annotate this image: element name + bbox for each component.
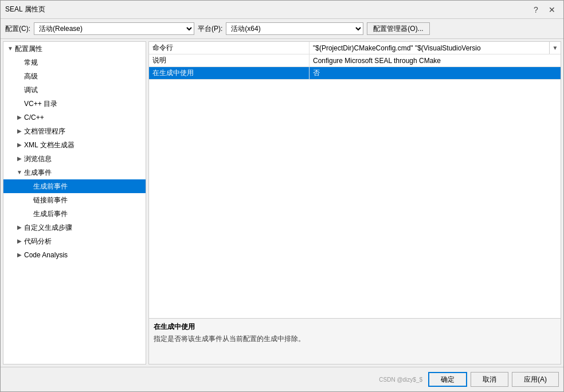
tree-toggle-general [15,58,24,67]
prop-value-desc: Configure Microsoft SEAL through CMake [310,54,561,66]
titlebar-controls: ? ✕ [529,3,559,16]
tree-toggle-post-build [24,209,33,218]
tree-toggle-debug [15,85,24,95]
prop-row-use-in-build[interactable]: 在生成中使用否 [149,67,561,80]
tree-item-debug[interactable]: 调试 [3,83,146,97]
cancel-button[interactable]: 取消 [471,372,508,387]
help-button[interactable]: ? [529,3,543,16]
dialog-window: SEAL 属性页 ? ✕ 配置(C): 活动(Release) 平台(P): 活… [0,0,564,392]
prop-value-use-in-build: 否 [310,67,561,79]
tree-label-browser: 浏览信息 [24,153,143,164]
tree-toggle-code-analysis: ▶ [15,250,24,260]
tree-label-general: 常规 [24,57,143,68]
tree-item-cpp[interactable]: ▶C/C++ [3,111,146,124]
apply-button[interactable]: 应用(A) [512,372,559,387]
tree-label-code-analysis-cn: 代码分析 [24,236,143,247]
tree-label-xml-gen: XML 文档生成器 [24,139,143,151]
tree-toggle-linker: ▶ [15,127,24,136]
ok-button[interactable]: 确定 [428,372,467,387]
tree-toggle-cpp: ▶ [15,113,24,122]
tree-item-vc-dirs[interactable]: VC++ 目录 [3,97,146,111]
tree-toggle-config-props: ▼ [6,44,15,53]
prop-name-desc: 说明 [149,54,310,66]
property-panel: 命令行"$(ProjectDir)CMakeConfig.cmd" "$(Vis… [148,41,561,364]
tree-label-code-analysis: Code Analysis [24,249,143,261]
tree-item-build-events[interactable]: ▼生成事件 [3,166,146,179]
platform-label: 平台(P): [198,24,222,34]
property-table: 命令行"$(ProjectDir)CMakeConfig.cmd" "$(Vis… [149,42,561,318]
tree-label-pre-build: 生成前事件 [33,181,143,192]
footer: CSDN @dizy$_$ 确定 取消 应用(A) [1,367,563,391]
tree-item-config-props[interactable]: ▼配置属性 [3,42,146,56]
tree-item-code-analysis-cn[interactable]: ▶代码分析 [3,234,146,248]
desc-title: 在生成中使用 [154,322,556,332]
tree-item-pre-link[interactable]: 链接前事件 [3,193,146,207]
config-label: 配置(C): [5,24,30,34]
config-bar: 配置(C): 活动(Release) 平台(P): 活动(x64) 配置管理器(… [1,19,563,39]
tree-toggle-pre-link [24,195,33,205]
platform-select[interactable]: 活动(x64) [226,22,363,35]
tree-label-post-build: 生成后事件 [33,208,143,219]
tree-toggle-browser: ▶ [15,154,24,163]
tree-item-code-analysis[interactable]: ▶Code Analysis [3,248,146,262]
config-select[interactable]: 活动(Release) [34,22,194,35]
dialog-title: SEAL 属性页 [5,5,529,14]
tree-item-general[interactable]: 常规 [3,56,146,69]
tree-label-advanced: 高级 [24,70,143,82]
tree-label-build-events: 生成事件 [24,167,143,178]
tree-label-linker: 文档管理程序 [24,126,143,137]
tree-toggle-code-analysis-cn: ▶ [15,237,24,246]
prop-row-desc[interactable]: 说明Configure Microsoft SEAL through CMake [149,54,561,67]
tree-item-post-build[interactable]: 生成后事件 [3,207,146,221]
tree-label-debug: 调试 [24,84,143,96]
tree-toggle-advanced [15,72,24,81]
close-button[interactable]: ✕ [545,3,559,16]
tree-item-linker[interactable]: ▶文档管理程序 [3,124,146,138]
tree-toggle-pre-build [24,182,33,191]
prop-row-cmd[interactable]: 命令行"$(ProjectDir)CMakeConfig.cmd" "$(Vis… [149,42,561,54]
tree-item-xml-gen[interactable]: ▶XML 文档生成器 [3,138,146,152]
tree-item-browser[interactable]: ▶浏览信息 [3,152,146,166]
tree-item-custom-build[interactable]: ▶自定义生成步骤 [3,221,146,234]
prop-value-cmd: "$(ProjectDir)CMakeConfig.cmd" "$(Visual… [310,42,549,54]
tree-toggle-xml-gen: ▶ [15,140,24,150]
titlebar: SEAL 属性页 ? ✕ [1,1,563,19]
tree-label-custom-build: 自定义生成步骤 [24,222,143,233]
tree-item-pre-build[interactable]: 生成前事件 [3,179,146,193]
tree-toggle-build-events: ▼ [15,168,24,177]
tree-panel: ▼配置属性常规高级调试VC++ 目录▶C/C++▶文档管理程序▶XML 文档生成… [3,41,146,364]
tree-item-advanced[interactable]: 高级 [3,69,146,83]
desc-text: 指定是否将该生成事件从当前配置的生成中排除。 [154,334,556,344]
tree-label-cpp: C/C++ [24,112,143,123]
watermark: CSDN @dizy$_$ [379,372,425,387]
tree-label-config-props: 配置属性 [15,43,143,54]
prop-scroll-btn-cmd[interactable]: ▼ [549,42,561,54]
config-manager-button[interactable]: 配置管理器(O)... [367,22,429,35]
tree-toggle-custom-build: ▶ [15,223,24,232]
prop-name-cmd: 命令行 [149,42,310,54]
tree-label-vc-dirs: VC++ 目录 [24,98,143,109]
prop-name-use-in-build: 在生成中使用 [149,67,310,79]
tree-toggle-vc-dirs [15,99,24,108]
tree-label-pre-link: 链接前事件 [33,194,143,206]
main-content: ▼配置属性常规高级调试VC++ 目录▶C/C++▶文档管理程序▶XML 文档生成… [1,39,563,367]
description-area: 在生成中使用 指定是否将该生成事件从当前配置的生成中排除。 [149,318,561,364]
